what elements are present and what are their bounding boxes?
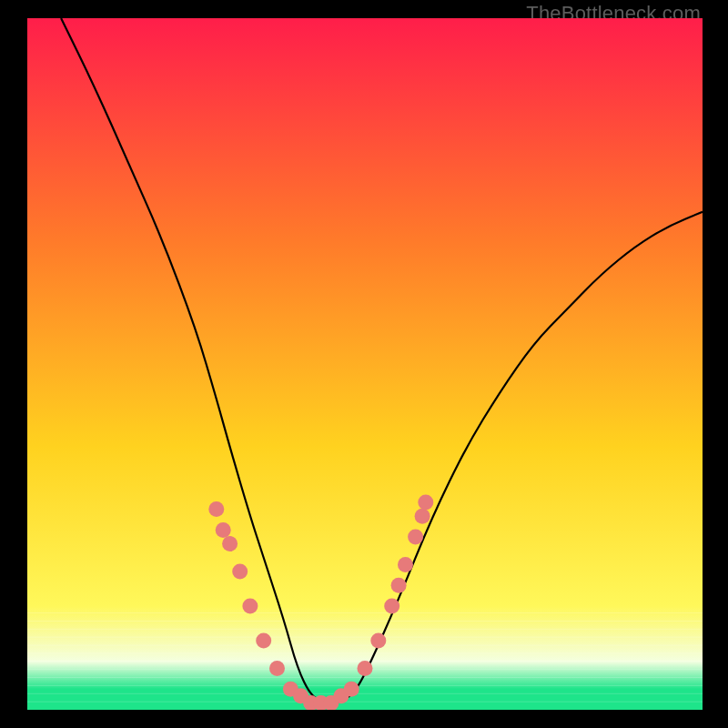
sample-dot	[398, 557, 413, 572]
sample-dot	[358, 661, 373, 676]
sample-dot	[222, 536, 238, 551]
sample-dot	[391, 578, 407, 593]
chart-svg	[27, 18, 703, 710]
sample-dot	[384, 599, 399, 614]
sample-dot	[415, 509, 430, 524]
sample-dot	[216, 522, 231, 538]
sample-dot	[269, 661, 285, 676]
plot-area	[27, 18, 703, 710]
sample-dot	[418, 495, 433, 511]
sample-dot	[232, 564, 248, 580]
sample-dot	[208, 501, 224, 517]
sample-dot	[344, 682, 359, 697]
sample-dot	[256, 633, 271, 649]
chart-frame: TheBottleneck.com	[0, 0, 728, 728]
sample-dot	[370, 633, 386, 649]
sample-dot	[242, 599, 258, 614]
sample-dot	[408, 530, 423, 545]
gradient-background	[27, 18, 703, 710]
